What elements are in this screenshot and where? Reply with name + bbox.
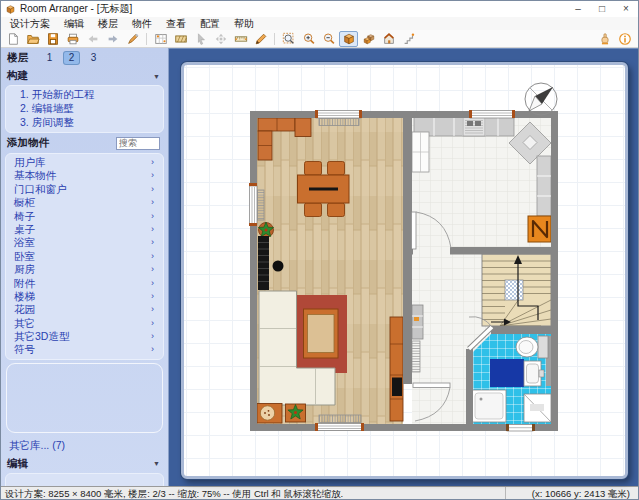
category-item[interactable]: 橱柜 › — [6, 196, 163, 209]
potted-plant-2[interactable] — [286, 404, 306, 422]
floor-button[interactable]: 2 — [64, 52, 79, 64]
minimize-icon[interactable]: – — [566, 1, 590, 17]
draw-walls-icon[interactable] — [251, 31, 270, 47]
build-step-link[interactable]: 3. 房间调整 — [6, 116, 163, 130]
menu-item[interactable]: 帮助 — [227, 17, 261, 30]
plan-preview-icon[interactable] — [151, 31, 170, 47]
hall-radiator[interactable] — [412, 341, 420, 372]
toilet[interactable] — [516, 336, 548, 358]
search-input[interactable] — [116, 137, 160, 150]
category-label: 其它 — [14, 317, 35, 330]
collapse-caret-icon[interactable]: ▼ — [153, 73, 160, 80]
build-panel: 1. 开始新的工程2. 编辑墙壁3. 房间调整 — [5, 85, 164, 133]
category-item[interactable]: 椅子 › — [6, 210, 163, 223]
zoom-in-icon[interactable] — [299, 31, 318, 47]
toolbar — [1, 30, 638, 48]
move-object-icon[interactable] — [211, 31, 230, 47]
coffee-table[interactable] — [304, 309, 339, 358]
staircase[interactable] — [482, 254, 551, 326]
category-item[interactable]: 附件 › — [6, 277, 163, 290]
bath-mat[interactable] — [490, 359, 524, 387]
build-section-header[interactable]: 构建 ▼ — [1, 66, 168, 84]
shower-tray[interactable] — [472, 390, 506, 422]
radiator[interactable] — [258, 190, 265, 220]
empty-group-box — [6, 363, 163, 433]
window-title: Room Arranger - [无标题] — [20, 2, 132, 16]
category-label: 基本物件 — [14, 169, 56, 182]
undo-icon[interactable] — [83, 31, 102, 47]
tv-cabinet[interactable] — [390, 317, 403, 421]
new-document-icon[interactable] — [3, 31, 22, 47]
menu-item[interactable]: 编辑 — [57, 17, 91, 30]
chevron-right-icon: › — [151, 303, 154, 316]
open-project-icon[interactable] — [23, 31, 42, 47]
edit-section-label: 编辑 — [7, 457, 28, 471]
window-bathroom[interactable] — [506, 424, 535, 431]
menu-item[interactable]: 配置 — [193, 17, 227, 30]
build-step-link[interactable]: 1. 开始新的工程 — [6, 88, 163, 102]
radiator[interactable] — [319, 119, 359, 126]
edit-panel — [5, 473, 164, 486]
category-item[interactable]: 楼梯 › — [6, 290, 163, 303]
measure-tool-icon[interactable] — [231, 31, 250, 47]
tall-cabinet[interactable] — [412, 132, 429, 172]
add-objects-label: 添加物件 — [7, 136, 49, 150]
category-item[interactable]: 基本物件 › — [6, 169, 163, 182]
wall-tool-icon[interactable] — [171, 31, 190, 47]
print-icon[interactable] — [63, 31, 82, 47]
collapse-caret-icon[interactable]: ▼ — [153, 460, 160, 467]
pointer-mode-icon[interactable] — [595, 31, 614, 47]
category-item[interactable]: 符号 › — [6, 343, 163, 356]
tv-screen[interactable] — [392, 378, 402, 397]
maximize-icon[interactable]: □ — [590, 1, 614, 17]
side-table-with-lamp[interactable] — [257, 404, 282, 424]
select-object-icon[interactable] — [191, 31, 210, 47]
menu-item[interactable]: 楼层 — [91, 17, 125, 30]
interior-wall — [450, 247, 551, 255]
floor-button[interactable]: 3 — [86, 52, 101, 64]
menu-item[interactable]: 物件 — [125, 17, 159, 30]
wall-cabinets[interactable] — [537, 156, 551, 216]
category-item[interactable]: 浴室 › — [6, 236, 163, 249]
redo-icon[interactable] — [103, 31, 122, 47]
walkthrough-icon[interactable] — [399, 31, 418, 47]
category-item[interactable]: 花园 › — [6, 303, 163, 316]
menu-item[interactable]: 设计方案 — [3, 17, 57, 30]
category-item[interactable]: 桌子 › — [6, 223, 163, 236]
window-top-living[interactable] — [315, 110, 362, 126]
sink[interactable] — [524, 361, 544, 386]
close-icon[interactable]: × — [614, 1, 638, 17]
other-libraries-link[interactable]: 其它库... (7) — [1, 436, 168, 454]
floor-button[interactable]: 1 — [42, 52, 57, 64]
canvas-area[interactable] — [169, 48, 638, 486]
about-info-icon[interactable] — [615, 31, 634, 47]
category-item[interactable]: 用户库 › — [6, 156, 163, 169]
view-3d-icon[interactable] — [339, 31, 358, 47]
menu-item[interactable]: 查看 — [159, 17, 193, 30]
radiator[interactable] — [319, 415, 361, 423]
stove-unit[interactable] — [528, 216, 551, 242]
objects-3d-icon[interactable] — [359, 31, 378, 47]
category-item[interactable]: 卧室 › — [6, 250, 163, 263]
category-label: 用户库 — [14, 156, 46, 169]
category-label: 花园 — [14, 303, 35, 316]
category-item[interactable]: 厨房 › — [6, 263, 163, 276]
category-item[interactable]: 其它3D造型 › — [6, 330, 163, 343]
window-kitchen[interactable] — [469, 110, 515, 118]
house-3d-icon[interactable] — [379, 31, 398, 47]
category-item[interactable]: 门口和窗户 › — [6, 183, 163, 196]
hall-shelf[interactable] — [412, 305, 423, 339]
category-item[interactable]: 其它 › — [6, 317, 163, 330]
edit-section-header[interactable]: 编辑 ▼ — [1, 454, 168, 472]
washing-machine[interactable] — [524, 394, 551, 422]
bathroom[interactable] — [472, 334, 551, 424]
potted-plant[interactable] — [258, 222, 273, 238]
category-label: 厨房 — [14, 263, 35, 276]
plan-page[interactable] — [181, 62, 628, 479]
save-icon[interactable] — [43, 31, 62, 47]
build-step-link[interactable]: 2. 编辑墙壁 — [6, 102, 163, 116]
zoom-out-icon[interactable] — [319, 31, 338, 47]
zoom-selection-icon[interactable] — [279, 31, 298, 47]
floor-lamp[interactable] — [273, 261, 284, 272]
format-brush-icon[interactable] — [123, 31, 142, 47]
